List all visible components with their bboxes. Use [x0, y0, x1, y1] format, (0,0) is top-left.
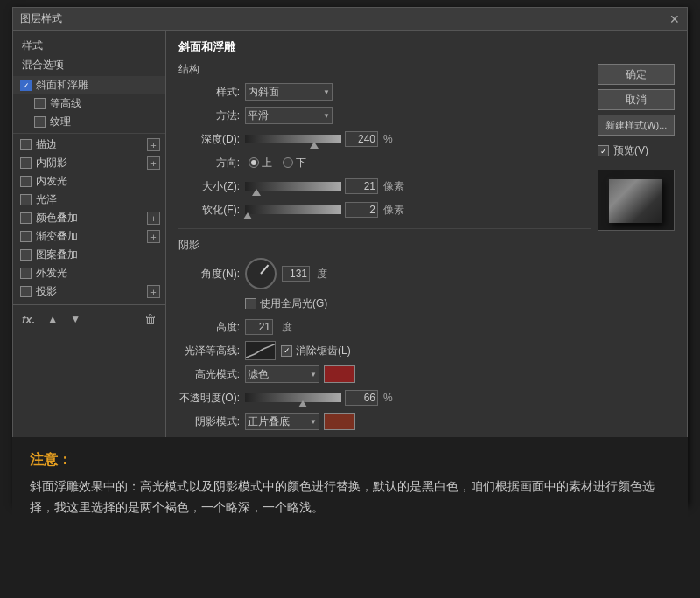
highlight-mode-select[interactable]: 滤色 正常 溶解 正片叠底 — [245, 365, 319, 383]
satin-checkbox[interactable] — [20, 194, 32, 205]
sidebar-item-pattern-overlay[interactable]: 图案叠加 — [13, 246, 165, 264]
inner-glow-checkbox[interactable] — [20, 176, 32, 187]
move-up-button[interactable]: ▲ — [44, 310, 61, 328]
stroke-checkbox[interactable] — [20, 139, 32, 150]
angle-input[interactable] — [282, 266, 310, 282]
sidebar-item-gradient-overlay[interactable]: 渐变叠加 + — [13, 227, 165, 246]
inner-shadow-label: 内阴影 — [36, 156, 67, 170]
drop-shadow-checkbox[interactable] — [20, 286, 32, 297]
sidebar-item-texture[interactable]: 纹理 — [13, 113, 165, 131]
sidebar-item-color-overlay[interactable]: 颜色叠加 + — [13, 209, 165, 227]
depth-slider-handle[interactable] — [310, 142, 318, 149]
global-light-label: 使用全局光(G) — [260, 296, 327, 311]
highlight-color-swatch[interactable] — [324, 365, 355, 383]
size-slider-handle[interactable] — [252, 189, 261, 196]
size-row: 大小(Z): 像素 — [178, 177, 591, 196]
shadow-color-swatch[interactable] — [324, 413, 355, 430]
size-slider[interactable] — [245, 182, 341, 191]
sidebar-item-contour[interactable]: 等高线 — [13, 94, 165, 113]
sidebar-item-outer-glow[interactable]: 外发光 — [13, 264, 165, 282]
altitude-input[interactable] — [245, 319, 273, 335]
depth-row: 深度(D): % — [178, 129, 591, 149]
depth-input[interactable] — [345, 131, 378, 147]
outer-glow-checkbox[interactable] — [20, 268, 32, 279]
shadow-mode-select[interactable]: 正片叠底 正常 溶解 滤色 — [245, 413, 319, 430]
soften-row: 软化(F): 像素 — [178, 200, 591, 219]
sidebar-item-satin[interactable]: 光泽 — [13, 191, 165, 209]
anti-alias-checkbox[interactable]: ✓ — [281, 345, 292, 357]
delete-style-button[interactable]: 🗑 — [144, 312, 157, 326]
contour-svg — [246, 342, 276, 360]
layer-style-dialog: 图层样式 ✕ 样式 混合选项 ✓ 斜面和浮雕 等高线 纹理 — [12, 7, 688, 504]
cancel-button[interactable]: 取消 — [598, 89, 675, 110]
note-section: 注意： 斜面浮雕效果中的：高光模式以及阴影模式中的颜色进行替换，默认的是黑白色，… — [12, 437, 688, 532]
size-label: 大小(Z): — [178, 179, 240, 194]
direction-options: 上 下 — [248, 156, 306, 170]
direction-up-radio[interactable]: 上 — [248, 156, 272, 170]
highlight-opacity-input[interactable] — [345, 390, 378, 406]
fx-button[interactable]: fx. — [22, 313, 35, 326]
inner-shadow-plus-icon[interactable]: + — [147, 156, 160, 170]
drop-shadow-plus-icon[interactable]: + — [147, 285, 160, 298]
shadow-section: 阴影 角度(N): 度 使用全局光(G — [178, 228, 591, 455]
direction-row: 方向: 上 下 — [178, 153, 591, 172]
bevel-section-title: 斜面和浮雕 — [178, 39, 591, 55]
shadow-mode-label: 阴影模式: — [178, 414, 240, 429]
inner-shadow-checkbox[interactable] — [20, 157, 32, 169]
gloss-contour-controls: ✓ 消除锯齿(L) — [245, 341, 351, 360]
direction-up-circle[interactable] — [248, 157, 259, 168]
direction-down-circle[interactable] — [283, 157, 293, 168]
method-label: 方法: — [178, 108, 240, 123]
global-light-checkbox-row: 使用全局光(G) — [245, 296, 327, 311]
sidebar-item-inner-glow[interactable]: 内发光 — [13, 172, 165, 191]
soften-unit: 像素 — [383, 203, 404, 218]
sidebar-item-bevel[interactable]: ✓ 斜面和浮雕 — [13, 76, 165, 94]
note-body: 斜面浮雕效果中的：高光模式以及阴影模式中的颜色进行替换，默认的是黑白色，咱们根据… — [30, 476, 670, 518]
highlight-mode-controls: 滤色 正常 溶解 正片叠底 — [245, 365, 355, 383]
direction-down-radio[interactable]: 下 — [283, 156, 306, 170]
shadow-subtitle: 阴影 — [178, 238, 591, 253]
method-select[interactable]: 平滑 雕刻清晰 雕刻柔和 — [245, 107, 332, 124]
highlight-opacity-handle[interactable] — [298, 400, 307, 407]
soften-slider[interactable] — [245, 205, 341, 214]
ok-button[interactable]: 确定 — [598, 64, 675, 85]
action-buttons: 确定 取消 新建样式(W)... ✓ 预览(V) — [598, 64, 675, 231]
highlight-opacity-slider[interactable] — [245, 393, 341, 402]
inner-glow-label: 内发光 — [36, 174, 67, 189]
pattern-overlay-checkbox[interactable] — [20, 249, 32, 261]
move-down-button[interactable]: ▼ — [66, 310, 84, 328]
style-select-container: 内斜面 外斜面 浮雕效果 枕状浮雕 描边浮雕 — [245, 83, 332, 101]
color-overlay-plus-icon[interactable]: + — [147, 212, 160, 225]
sidebar-item-drop-shadow[interactable]: 投影 + — [13, 282, 165, 301]
style-select[interactable]: 内斜面 外斜面 浮雕效果 枕状浮雕 描边浮雕 — [245, 83, 332, 101]
stroke-plus-icon[interactable]: + — [147, 138, 160, 151]
depth-slider-row: % — [245, 131, 393, 147]
depth-unit: % — [383, 133, 393, 145]
layer-preview-content — [609, 179, 662, 223]
depth-slider[interactable] — [245, 135, 341, 143]
left-panel-bottom: fx. ▲ ▼ 🗑 — [13, 304, 165, 333]
contour-preview[interactable] — [245, 341, 276, 360]
close-icon[interactable]: ✕ — [669, 13, 680, 25]
depth-label: 深度(D): — [178, 132, 240, 147]
bevel-checkbox[interactable]: ✓ — [20, 80, 32, 91]
angle-row: 角度(N): 度 — [178, 258, 591, 289]
size-input[interactable] — [345, 178, 378, 194]
size-slider-row: 像素 — [245, 178, 404, 194]
gradient-overlay-plus-icon[interactable]: + — [147, 230, 160, 243]
angle-dial[interactable] — [245, 258, 276, 289]
new-style-button[interactable]: 新建样式(W)... — [598, 115, 675, 136]
soften-slider-handle[interactable] — [243, 212, 252, 219]
sidebar-item-inner-shadow[interactable]: 内阴影 + — [13, 154, 165, 172]
gradient-overlay-checkbox[interactable] — [20, 231, 32, 242]
drop-shadow-label: 投影 — [36, 284, 57, 299]
global-light-checkbox[interactable] — [245, 298, 256, 309]
contour-checkbox[interactable] — [34, 98, 46, 109]
preview-checkbox[interactable]: ✓ — [598, 145, 609, 156]
styles-section-title: 样式 — [13, 36, 165, 56]
color-overlay-checkbox[interactable] — [20, 212, 32, 224]
sidebar-item-stroke[interactable]: 描边 + — [13, 136, 165, 154]
preview-label: 预览(V) — [613, 143, 648, 158]
texture-checkbox[interactable] — [34, 116, 46, 128]
soften-input[interactable] — [345, 202, 378, 218]
